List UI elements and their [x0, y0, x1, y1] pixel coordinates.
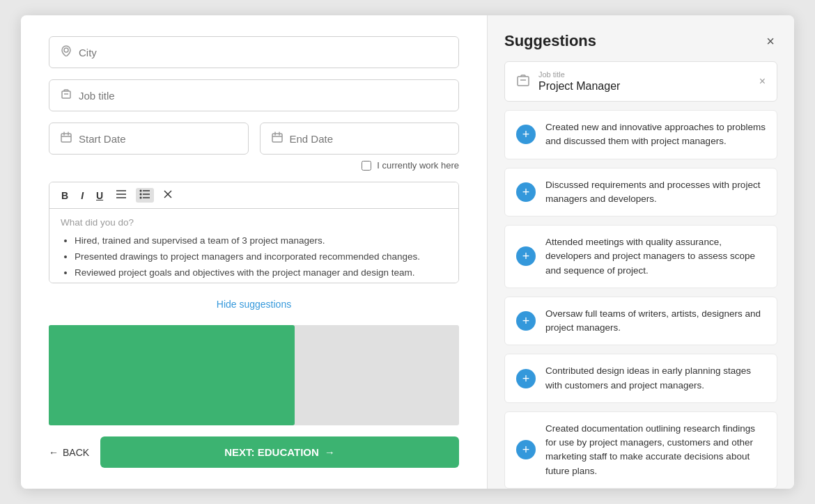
add-icon-3: +: [516, 246, 536, 266]
editor-container: B I U What did you do? Hired, trained an…: [49, 182, 459, 283]
progress-bar-fill: [49, 325, 295, 425]
hide-suggestions-link[interactable]: Hide suggestions: [49, 294, 459, 314]
date-row: [49, 123, 459, 155]
calendar-start-icon: [61, 132, 72, 145]
left-panel: I currently work here B I U What did you…: [21, 15, 488, 489]
suggestion-item-3[interactable]: + Attended meetings with quality assuran…: [504, 225, 777, 288]
svg-rect-3: [61, 134, 71, 142]
suggestions-header: Suggestions ×: [504, 32, 777, 50]
city-field[interactable]: [49, 36, 459, 68]
suggestion-text-5: Contributed design ideas in early planni…: [545, 364, 766, 393]
currently-work-row: I currently work here: [49, 160, 459, 171]
nav-buttons: ← BACK NEXT: EDUCATION →: [49, 436, 459, 468]
currently-work-checkbox[interactable]: [362, 161, 371, 171]
end-date-field[interactable]: [260, 123, 460, 155]
svg-rect-1: [62, 91, 70, 98]
job-title-input[interactable]: [79, 90, 447, 102]
add-icon-5: +: [516, 369, 536, 388]
start-date-input[interactable]: [79, 133, 237, 145]
right-panel: Suggestions × Job title Project Manager …: [488, 15, 794, 489]
svg-point-0: [64, 48, 68, 52]
progress-bar: [49, 325, 459, 425]
job-title-field[interactable]: [49, 79, 459, 111]
editor-bullets: Hired, trained and supervised a team of …: [61, 233, 447, 281]
close-suggestions-button[interactable]: ×: [763, 33, 777, 49]
clear-job-title-button[interactable]: ×: [759, 75, 766, 88]
job-icon: [61, 88, 72, 102]
svg-point-8: [140, 190, 142, 192]
list-button[interactable]: [136, 188, 154, 203]
job-title-card-icon: [516, 73, 530, 90]
next-button[interactable]: NEXT: EDUCATION →: [100, 436, 459, 468]
currently-work-label[interactable]: I currently work here: [377, 160, 459, 171]
add-icon-6: +: [516, 440, 536, 459]
next-arrow-icon: →: [325, 446, 335, 458]
add-icon-2: +: [516, 182, 536, 202]
suggestion-item-1[interactable]: + Created new and innovative approaches …: [504, 110, 777, 159]
end-date-input[interactable]: [290, 133, 448, 145]
suggestion-item-4[interactable]: + Oversaw full teams of writers, artists…: [504, 297, 777, 346]
clear-format-button[interactable]: [160, 188, 176, 203]
suggestion-item-2[interactable]: + Discussed requirements and processes w…: [504, 168, 777, 217]
editor-content[interactable]: What did you do? Hired, trained and supe…: [49, 209, 458, 283]
job-title-info: Job title Project Manager: [538, 70, 751, 93]
suggestion-text-3: Attended meetings with quality assurance…: [545, 235, 766, 278]
back-button[interactable]: ← BACK: [49, 447, 89, 458]
job-title-card-label: Job title: [538, 70, 751, 79]
calendar-end-icon: [272, 132, 283, 145]
svg-point-10: [140, 194, 142, 196]
next-label: NEXT: EDUCATION: [224, 446, 319, 458]
suggestion-text-6: Created documentation outlining research…: [545, 422, 766, 478]
underline-button[interactable]: U: [93, 189, 107, 203]
start-date-field[interactable]: [49, 123, 249, 155]
suggestion-text-1: Created new and innovative approaches to…: [545, 120, 766, 149]
bullet-2: Presented drawings to project managers a…: [75, 249, 447, 265]
city-icon: [61, 45, 72, 59]
back-arrow-icon: ←: [49, 447, 59, 458]
suggestion-text-2: Discussed requirements and processes wit…: [545, 178, 766, 207]
add-icon-1: +: [516, 125, 536, 144]
svg-point-12: [140, 197, 142, 199]
bullet-1: Hired, trained and supervised a team of …: [75, 233, 447, 249]
suggestion-item-6[interactable]: + Created documentation outlining resear…: [504, 411, 777, 489]
bullet-3: Reviewed project goals and objectives wi…: [75, 265, 447, 281]
suggestions-title: Suggestions: [504, 32, 596, 50]
suggestion-text-4: Oversaw full teams of writers, artists, …: [545, 307, 766, 336]
italic-button[interactable]: I: [77, 189, 87, 203]
editor-placeholder: What did you do?: [61, 217, 447, 228]
suggestion-item-5[interactable]: + Contributed design ideas in early plan…: [504, 354, 777, 403]
align-button[interactable]: [112, 188, 130, 203]
back-label: BACK: [63, 447, 89, 458]
svg-rect-16: [518, 77, 529, 86]
bold-button[interactable]: B: [58, 189, 72, 203]
city-input[interactable]: [79, 47, 447, 58]
svg-rect-4: [272, 134, 282, 142]
job-title-card: Job title Project Manager ×: [504, 61, 777, 102]
add-icon-4: +: [516, 311, 536, 331]
editor-toolbar: B I U: [49, 182, 458, 209]
job-title-card-value: Project Manager: [538, 80, 751, 93]
